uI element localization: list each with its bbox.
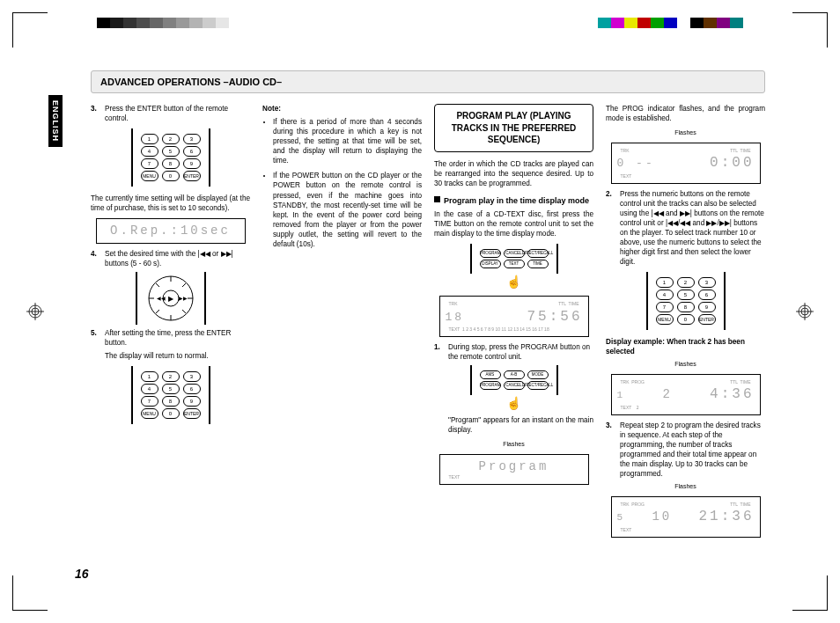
language-tab: ENGLISH xyxy=(48,95,63,147)
step-number: 3. xyxy=(606,421,616,479)
step-text: Set the desired time with the |◀◀ or ▶▶|… xyxy=(105,249,250,268)
column-3: PROGRAM PLAY (PLAYING TRACKS IN THE PREF… xyxy=(434,104,593,543)
step-number: 2. xyxy=(606,189,616,268)
svg-text:▶▶: ▶▶ xyxy=(179,296,188,301)
crop-mark-bl xyxy=(12,575,48,611)
lcd-display-track2: TRK PROGTTL TIME 1 2 4:36 TEXT 2 xyxy=(611,374,761,415)
bullet-square-icon xyxy=(434,196,440,202)
svg-text:▶: ▶ xyxy=(168,295,174,303)
page-content: ENGLISH ADVANCED OPERATIONS –AUDIO CD– 3… xyxy=(48,53,792,588)
subheading: Program play in the time display mode xyxy=(434,195,593,206)
crop-mark-tr xyxy=(792,12,828,48)
step-subtext: "Program" appears for an instant on the … xyxy=(434,415,593,435)
step-number: 4. xyxy=(91,249,101,268)
svg-line-17 xyxy=(156,310,159,313)
step-text: Repeat step 2 to program the desired tra… xyxy=(620,421,765,479)
step-text: After setting the time, press the ENTER … xyxy=(105,328,250,348)
paragraph: The PROG indicator flashes, and the prog… xyxy=(606,104,765,123)
color-swatch-bar xyxy=(598,18,743,28)
crop-mark-br xyxy=(792,575,828,611)
column-2: Note: If there is a period of more than … xyxy=(262,104,422,543)
svg-text:◀◀: ◀◀ xyxy=(157,296,166,301)
lcd-display-prog-zero: TRKTTL TIME 0 -- 0:00 TEXT xyxy=(611,143,761,184)
note-item: If the POWER button on the CD player or … xyxy=(273,171,422,249)
section-title-box: PROGRAM PLAY (PLAYING TRACKS IN THE PREF… xyxy=(434,104,593,152)
remote-keypad-figure-2: 123 456 789 MENU0ENTER xyxy=(131,366,210,424)
remote-buttons-figure: PROGRAMCANCELDIRECT/RECALL DISPLAYTEXTTI… xyxy=(470,244,558,274)
note-item: If there is a period of more than 4 seco… xyxy=(273,117,422,165)
step-text: During stop, press the PROGRAM button on… xyxy=(448,342,593,362)
step-subtext: The display will return to normal. xyxy=(91,351,250,361)
step-number: 1. xyxy=(434,342,445,362)
svg-line-18 xyxy=(182,283,186,287)
flashes-label: Flashes xyxy=(606,360,765,368)
lcd-display-orep: O.Rep.:10sec xyxy=(96,218,246,244)
hand-pointer-icon: ☝ xyxy=(434,274,593,290)
svg-line-16 xyxy=(182,310,186,313)
svg-line-15 xyxy=(156,283,159,287)
lcd-display-total: TRK PROGTTL TIME 5 10 21:36 TEXT xyxy=(611,496,761,538)
flashes-label: Flashes xyxy=(606,128,765,136)
crop-mark-tl xyxy=(12,12,48,48)
note-heading: Note: xyxy=(262,104,422,114)
paragraph: The currently time setting will be displ… xyxy=(91,194,250,213)
registration-mark-left xyxy=(26,303,44,320)
page-number: 16 xyxy=(75,567,89,581)
step-number: 5. xyxy=(91,328,101,348)
grayscale-swatch-bar xyxy=(97,18,242,28)
sub-intro: In the case of a CD-TEXT disc, first pre… xyxy=(434,209,593,238)
lcd-display-time: TRKTTL TIME 18 75:56 TEXT 1 2 3 4 5 6 7 … xyxy=(439,296,589,337)
step-text: Press the numeric buttons on the remote … xyxy=(620,189,765,268)
column-1: 3. Press the ENTER button of the remote … xyxy=(91,104,250,543)
hand-pointer-icon: ☝ xyxy=(434,395,593,412)
registration-mark-right xyxy=(796,303,814,320)
remote-keypad-figure: 123 456 789 MENU0ENTER xyxy=(131,128,210,187)
example-label: Display example: When track 2 has been s… xyxy=(606,337,765,356)
section-header: ADVANCED OPERATIONS –AUDIO CD– xyxy=(91,70,765,93)
step-text: Press the ENTER button of the remote con… xyxy=(105,104,250,123)
lcd-display-program: Program TEXT xyxy=(439,454,589,486)
flashes-label: Flashes xyxy=(434,440,593,448)
remote-keypad-figure-3: 123 456 789 MENU0ENTER xyxy=(646,272,726,330)
jog-dial-figure: ▶ ◀◀ ▶▶ xyxy=(136,272,206,325)
section-intro: The order in which the CD tracks are pla… xyxy=(434,159,593,188)
remote-buttons-figure-2: AMSA-BMODE PROGRAMCANCELDIRECT/RECALL xyxy=(470,365,558,395)
flashes-label: Flashes xyxy=(606,482,765,490)
column-4: The PROG indicator flashes, and the prog… xyxy=(606,104,765,543)
step-number: 3. xyxy=(91,104,101,123)
